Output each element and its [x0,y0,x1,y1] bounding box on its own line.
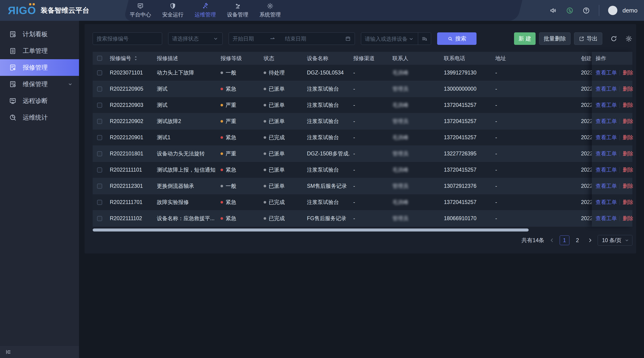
level-label: 紧急 [226,215,236,222]
view-order-link[interactable]: 查看工单 [596,199,617,206]
sidebar-item-报修管理[interactable]: 报修管理 [0,59,79,76]
row-checkbox[interactable] [97,119,102,124]
table-row: R2022120901测试1紧急已完成注浆泵试验台-毛洪峰13720415257… [93,130,632,146]
nav-item-系统管理[interactable]: 系统管理 [260,2,281,18]
nav-item-设备管理[interactable]: 设备管理 [227,2,248,18]
refresh-icon[interactable] [610,35,617,42]
row-checkbox[interactable] [97,168,102,173]
view-order-link[interactable]: 查看工单 [596,166,617,174]
prev-page-button[interactable] [549,237,555,243]
table-body: R2023071101动力头上下故障一般待处理DGZ-150L0534-毛洪峰1… [93,65,632,227]
cell-status: 已派单 [260,97,304,113]
cell-contact: 管理员 [389,81,440,97]
table-row: R2022112301更换倒流器轴承一般已派单SM售后服务记录-管理员13072… [93,178,632,194]
sort-carets-icon[interactable] [134,55,138,61]
device-picker-button[interactable] [418,33,431,45]
delete-link[interactable]: 删除 [623,85,633,93]
device-select[interactable]: 请输入或选择设备 [361,33,418,45]
cell-status: 已派单 [260,178,304,194]
actions-cell: 查看工单删除 [592,65,632,81]
collapse-sidebar-icon[interactable] [5,349,12,355]
monitor-pulse-icon [9,97,17,105]
header-actions: demo [550,0,638,21]
level-dot [220,88,223,90]
view-order-link[interactable]: 查看工单 [596,118,617,125]
row-checkbox-cell [93,97,106,113]
delete-link[interactable]: 删除 [623,150,633,157]
cell-level: 严重 [217,113,260,129]
sidebar-item-计划看板[interactable]: 计划看板 [0,26,79,42]
cell-order-id: R2022120903 [106,97,154,113]
sidebar-item-远程诊断[interactable]: 远程诊断 [0,93,79,109]
page-size-select[interactable]: 10 条/页 [598,235,632,246]
row-checkbox[interactable] [97,184,102,189]
search-button[interactable]: 搜索 [437,32,476,45]
row-checkbox[interactable] [97,70,102,75]
row-checkbox[interactable] [97,216,102,221]
sound-icon[interactable] [550,7,557,14]
cell-address: - [492,130,578,146]
delete-link[interactable]: 删除 [623,166,633,174]
status-label: 已派单 [269,118,285,125]
app-title: 装备智维云平台 [40,6,89,15]
create-button[interactable]: 新 建 [514,32,536,45]
view-order-link[interactable]: 查看工单 [596,85,617,93]
view-order-link[interactable]: 查看工单 [596,215,617,222]
view-order-link[interactable]: 查看工单 [596,69,617,76]
order-search-input[interactable] [96,36,158,42]
batch-delete-button[interactable]: 批量删除 [539,32,570,45]
chevron-down-icon [624,238,630,243]
row-checkbox[interactable] [97,135,102,140]
calendar-icon [345,36,351,42]
nav-item-label: 安全运行 [162,11,184,18]
delete-link[interactable]: 删除 [623,215,633,222]
row-checkbox[interactable] [97,151,102,156]
row-checkbox[interactable] [97,103,102,108]
cell-address: - [492,210,578,226]
status-select[interactable]: 请选择状态 [168,32,222,45]
page-button-1[interactable]: 1 [560,235,570,245]
row-checkbox[interactable] [97,86,102,92]
sidebar-item-运维统计[interactable]: 运维统计 [0,109,79,126]
delete-link[interactable]: 删除 [623,134,633,141]
view-order-link[interactable]: 查看工单 [596,102,617,109]
column-header-address: 地址 [492,52,578,65]
row-checkbox-cell [93,194,106,210]
select-all-checkbox[interactable] [97,56,102,61]
next-page-button[interactable] [587,237,593,243]
delete-link[interactable]: 删除 [623,182,633,190]
order-search-field[interactable] [93,32,162,45]
row-checkbox[interactable] [97,200,102,205]
main-content: 请选择状态 开始日期 ⇀ 结束日期 请输入或选择设备 搜索 [79,21,644,358]
sidebar-item-工单管理[interactable]: 工单管理 [0,42,79,59]
settings-icon[interactable] [625,35,632,42]
page-button-2[interactable]: 2 [573,235,582,245]
delete-link[interactable]: 删除 [623,102,633,109]
status-link-icon[interactable] [566,7,574,14]
nav-item-运维管理[interactable]: 运维管理 [194,2,216,18]
view-order-link[interactable]: 查看工单 [596,182,617,190]
delete-link[interactable]: 删除 [623,69,633,76]
view-order-link[interactable]: 查看工单 [596,134,617,141]
status-label: 已派单 [269,182,285,190]
user-name[interactable]: demo [622,7,638,14]
view-order-link[interactable]: 查看工单 [596,150,617,157]
date-range-picker[interactable]: 开始日期 ⇀ 结束日期 [229,32,355,45]
cell-phone: 13720415257 [440,113,492,129]
nav-item-label: 设备管理 [227,11,248,18]
horizontal-scrollbar[interactable] [93,228,529,231]
nav-item-安全运行[interactable]: 安全运行 [162,2,184,18]
help-icon[interactable] [582,7,590,14]
brand-logo: ЯIGO 装备智维云平台 [8,0,89,21]
delete-link[interactable]: 删除 [623,199,633,206]
cell-status: 已完成 [260,194,304,210]
cell-contact: 毛洪峰 [389,97,440,113]
nav-item-平台中心[interactable]: 平台中心 [130,2,151,18]
user-avatar[interactable] [608,6,617,15]
sidebar-item-维保管理[interactable]: 维保管理 [0,76,79,93]
export-button[interactable]: 导出 [574,32,602,45]
app-root: ЯIGO 装备智维云平台 平台中心安全运行运维管理设备管理系统管理 demo 计… [0,0,644,358]
level-dot [220,152,223,155]
cell-status: 已派单 [260,113,304,129]
delete-link[interactable]: 删除 [623,118,633,125]
